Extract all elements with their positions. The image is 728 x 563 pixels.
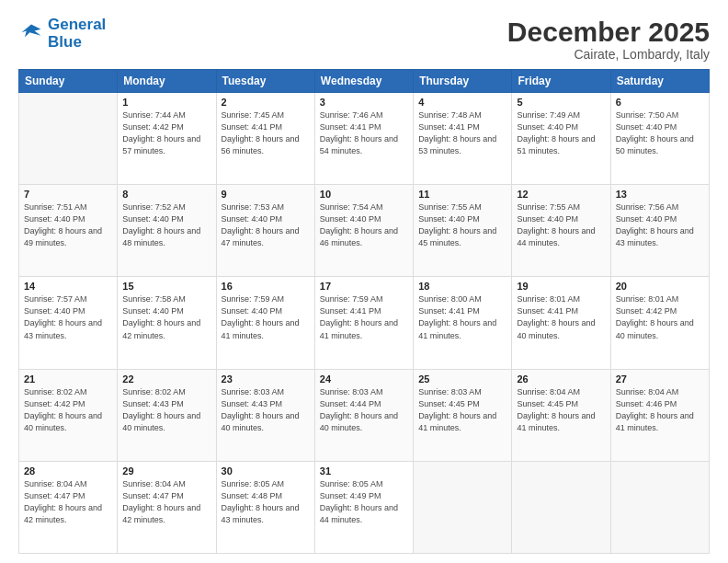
day-number: 12: [517, 189, 605, 200]
sunset-text: Sunset: 4:47 PM: [122, 491, 184, 500]
daylight-text: Daylight: 8 hours and 56 minutes.: [222, 134, 300, 155]
calendar-table: SundayMondayTuesdayWednesdayThursdayFrid…: [18, 69, 710, 554]
daylight-text: Daylight: 8 hours and 44 minutes.: [517, 226, 595, 247]
calendar-body: 1Sunrise: 7:44 AMSunset: 4:42 PMDaylight…: [19, 93, 710, 554]
sunset-text: Sunset: 4:40 PM: [122, 214, 184, 224]
day-number: 1: [122, 97, 210, 108]
weekday-header: Tuesday: [216, 70, 314, 93]
sunset-text: Sunset: 4:41 PM: [320, 306, 381, 316]
day-number: 20: [616, 281, 704, 292]
day-info: Sunrise: 8:03 AMSunset: 4:45 PMDaylight:…: [418, 386, 506, 434]
sunrise-text: Sunrise: 7:49 AM: [517, 110, 580, 120]
day-number: 31: [320, 465, 408, 477]
weekday-header: Monday: [118, 70, 216, 93]
weekday-header: Thursday: [414, 70, 512, 93]
sunrise-text: Sunrise: 7:45 AM: [222, 110, 285, 120]
sunset-text: Sunset: 4:44 PM: [320, 399, 381, 408]
day-info: Sunrise: 7:49 AMSunset: 4:40 PMDaylight:…: [517, 109, 605, 157]
day-number: 5: [517, 97, 605, 108]
daylight-text: Daylight: 8 hours and 43 minutes.: [222, 503, 300, 524]
sunrise-text: Sunrise: 7:52 AM: [122, 202, 186, 212]
day-info: Sunrise: 8:00 AMSunset: 4:41 PMDaylight:…: [418, 293, 506, 341]
day-info: Sunrise: 7:54 AMSunset: 4:40 PMDaylight:…: [320, 201, 408, 249]
day-info: Sunrise: 7:55 AMSunset: 4:40 PMDaylight:…: [418, 201, 506, 249]
weekday-header: Wednesday: [314, 70, 413, 93]
day-number: 16: [222, 281, 310, 292]
daylight-text: Daylight: 8 hours and 51 minutes.: [517, 134, 595, 155]
sunset-text: Sunset: 4:40 PM: [24, 306, 85, 316]
calendar-cell: [512, 461, 610, 553]
sunrise-text: Sunrise: 8:04 AM: [517, 387, 580, 396]
svg-marker-0: [22, 24, 41, 37]
sunset-text: Sunset: 4:40 PM: [320, 214, 381, 224]
calendar-cell: 9Sunrise: 7:53 AMSunset: 4:40 PMDaylight…: [216, 185, 314, 277]
daylight-text: Daylight: 8 hours and 43 minutes.: [616, 226, 694, 247]
sunrise-text: Sunrise: 7:59 AM: [320, 294, 383, 304]
day-info: Sunrise: 8:01 AMSunset: 4:41 PMDaylight:…: [517, 293, 605, 341]
daylight-text: Daylight: 8 hours and 41 minutes.: [222, 318, 300, 339]
daylight-text: Daylight: 8 hours and 45 minutes.: [418, 226, 496, 247]
day-info: Sunrise: 7:44 AMSunset: 4:42 PMDaylight:…: [122, 109, 210, 157]
day-number: 22: [122, 373, 210, 385]
day-info: Sunrise: 8:02 AMSunset: 4:42 PMDaylight:…: [24, 386, 112, 434]
day-info: Sunrise: 7:53 AMSunset: 4:40 PMDaylight:…: [222, 201, 310, 249]
day-number: 4: [418, 97, 506, 108]
day-number: 21: [24, 373, 112, 385]
location: Cairate, Lombardy, Italy: [507, 47, 710, 62]
daylight-text: Daylight: 8 hours and 54 minutes.: [320, 134, 398, 155]
calendar-header-row: SundayMondayTuesdayWednesdayThursdayFrid…: [19, 70, 710, 93]
daylight-text: Daylight: 8 hours and 44 minutes.: [320, 503, 398, 524]
daylight-text: Daylight: 8 hours and 46 minutes.: [320, 226, 398, 247]
calendar-cell: 2Sunrise: 7:45 AMSunset: 4:41 PMDaylight…: [216, 93, 314, 185]
calendar-week-row: 28Sunrise: 8:04 AMSunset: 4:47 PMDayligh…: [19, 461, 710, 553]
sunrise-text: Sunrise: 7:46 AM: [320, 110, 383, 120]
day-number: 13: [616, 189, 704, 200]
calendar-cell: 24Sunrise: 8:03 AMSunset: 4:44 PMDayligh…: [314, 369, 413, 461]
sunrise-text: Sunrise: 8:04 AM: [616, 387, 679, 396]
day-info: Sunrise: 8:03 AMSunset: 4:44 PMDaylight:…: [320, 386, 408, 434]
calendar-cell: [414, 461, 512, 553]
calendar-cell: 6Sunrise: 7:50 AMSunset: 4:40 PMDaylight…: [610, 93, 709, 185]
sunrise-text: Sunrise: 8:05 AM: [320, 479, 383, 488]
calendar-cell: 25Sunrise: 8:03 AMSunset: 4:45 PMDayligh…: [414, 369, 512, 461]
daylight-text: Daylight: 8 hours and 57 minutes.: [122, 134, 200, 155]
month-title: December 2025: [507, 17, 710, 47]
day-number: 18: [418, 281, 506, 292]
day-info: Sunrise: 7:55 AMSunset: 4:40 PMDaylight:…: [517, 201, 605, 249]
logo-line1: General: [48, 17, 106, 34]
title-block: December 2025 Cairate, Lombardy, Italy: [507, 17, 710, 62]
day-info: Sunrise: 8:04 AMSunset: 4:45 PMDaylight:…: [517, 386, 605, 434]
weekday-header: Saturday: [610, 70, 709, 93]
daylight-text: Daylight: 8 hours and 40 minutes.: [24, 411, 102, 432]
calendar-cell: 5Sunrise: 7:49 AMSunset: 4:40 PMDaylight…: [512, 93, 610, 185]
sunset-text: Sunset: 4:40 PM: [418, 214, 480, 224]
sunrise-text: Sunrise: 7:59 AM: [222, 294, 285, 304]
calendar-cell: 14Sunrise: 7:57 AMSunset: 4:40 PMDayligh…: [19, 277, 118, 369]
daylight-text: Daylight: 8 hours and 41 minutes.: [418, 411, 496, 432]
day-info: Sunrise: 7:48 AMSunset: 4:41 PMDaylight:…: [418, 109, 506, 157]
calendar-cell: 13Sunrise: 7:56 AMSunset: 4:40 PMDayligh…: [610, 185, 709, 277]
sunrise-text: Sunrise: 8:04 AM: [122, 479, 186, 488]
daylight-text: Daylight: 8 hours and 42 minutes.: [122, 503, 200, 524]
daylight-text: Daylight: 8 hours and 41 minutes.: [616, 411, 694, 432]
calendar-cell: 15Sunrise: 7:58 AMSunset: 4:40 PMDayligh…: [118, 277, 216, 369]
header: General Blue December 2025 Cairate, Lomb…: [18, 17, 710, 62]
sunset-text: Sunset: 4:40 PM: [616, 214, 677, 224]
day-number: 10: [320, 189, 408, 200]
sunrise-text: Sunrise: 8:05 AM: [222, 479, 285, 488]
day-info: Sunrise: 7:59 AMSunset: 4:40 PMDaylight:…: [222, 293, 310, 341]
day-info: Sunrise: 8:03 AMSunset: 4:43 PMDaylight:…: [222, 386, 310, 434]
weekday-header: Sunday: [19, 70, 118, 93]
sunset-text: Sunset: 4:47 PM: [24, 491, 85, 500]
day-info: Sunrise: 8:04 AMSunset: 4:46 PMDaylight:…: [616, 386, 704, 434]
day-info: Sunrise: 7:52 AMSunset: 4:40 PMDaylight:…: [122, 201, 210, 249]
calendar-cell: 30Sunrise: 8:05 AMSunset: 4:48 PMDayligh…: [216, 461, 314, 553]
sunrise-text: Sunrise: 7:56 AM: [616, 202, 679, 212]
sunrise-text: Sunrise: 8:01 AM: [517, 294, 580, 304]
sunset-text: Sunset: 4:43 PM: [122, 399, 184, 408]
daylight-text: Daylight: 8 hours and 40 minutes.: [616, 318, 694, 339]
sunrise-text: Sunrise: 7:48 AM: [418, 110, 482, 120]
day-info: Sunrise: 7:46 AMSunset: 4:41 PMDaylight:…: [320, 109, 408, 157]
logo: General Blue: [18, 17, 106, 51]
daylight-text: Daylight: 8 hours and 42 minutes.: [24, 503, 102, 524]
